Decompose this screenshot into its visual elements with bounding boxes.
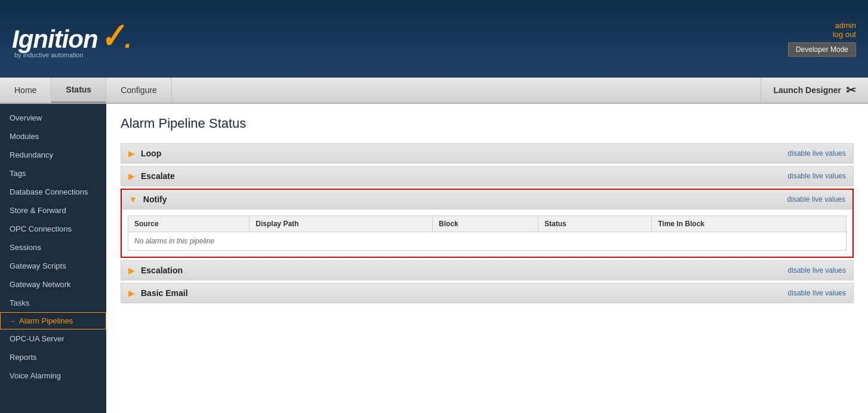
sidebar-item-overview[interactable]: Overview bbox=[0, 109, 106, 127]
logo-area: Ignition✓. by inductive automation bbox=[12, 19, 131, 58]
logout-link[interactable]: log out bbox=[788, 30, 856, 39]
sidebar-item-voice-alarming[interactable]: Voice Alarming bbox=[0, 366, 106, 385]
sidebar-item-redundancy[interactable]: Redundancy bbox=[0, 146, 106, 164]
logo-check-icon: ✓ bbox=[96, 17, 128, 57]
pipeline-notify-name: Notify bbox=[143, 195, 787, 204]
main-layout: Overview Modules Redundancy Tags Databas… bbox=[0, 104, 868, 413]
sidebar-item-store-forward[interactable]: Store & Forward bbox=[0, 201, 106, 220]
pipeline-escalation-disable[interactable]: disable live values bbox=[788, 266, 846, 275]
developer-mode-button[interactable]: Developer Mode bbox=[788, 42, 856, 57]
sidebar-item-tasks[interactable]: Tasks bbox=[0, 294, 106, 312]
logo-text: Ignition✓. bbox=[12, 25, 131, 53]
pipeline-escalation-name: Escalation bbox=[141, 266, 788, 275]
sidebar-item-opc-ua-server[interactable]: OPC-UA Server bbox=[0, 329, 106, 348]
expand-icon: ▶ bbox=[128, 149, 135, 158]
expand-icon: ▶ bbox=[128, 266, 135, 275]
sidebar-item-alarm-pipelines[interactable]: → Alarm Pipelines bbox=[0, 312, 106, 329]
sidebar-item-tags[interactable]: Tags bbox=[0, 164, 106, 183]
sidebar-item-reports[interactable]: Reports bbox=[0, 348, 106, 366]
active-arrow-icon: → bbox=[9, 318, 16, 325]
admin-link[interactable]: admin bbox=[788, 21, 856, 30]
pipeline-basic-email-disable[interactable]: disable live values bbox=[788, 289, 846, 297]
pipeline-notify-table: Source Display Path Block Status Time In… bbox=[128, 215, 847, 251]
scissors-icon: ✂ bbox=[846, 83, 856, 97]
col-time-in-block: Time In Block bbox=[652, 216, 847, 232]
expand-icon: ▶ bbox=[128, 171, 135, 181]
sidebar-item-gateway-scripts[interactable]: Gateway Scripts bbox=[0, 257, 106, 275]
col-source: Source bbox=[128, 216, 250, 232]
pipeline-escalate-header[interactable]: ▶ Escalate disable live values bbox=[121, 166, 854, 186]
sidebar-item-database-connections[interactable]: Database Connections bbox=[0, 183, 106, 201]
nav-configure[interactable]: Configure bbox=[106, 78, 172, 103]
header-right: admin log out Developer Mode bbox=[788, 21, 856, 57]
navbar: Home Status Configure Launch Designer ✂ bbox=[0, 78, 868, 104]
expand-icon: ▶ bbox=[128, 288, 135, 298]
pipeline-loop-disable[interactable]: disable live values bbox=[788, 149, 846, 158]
col-block: Block bbox=[433, 216, 538, 232]
pipeline-escalate: ▶ Escalate disable live values bbox=[121, 166, 854, 186]
launch-designer-button[interactable]: Launch Designer ✂ bbox=[761, 78, 868, 103]
pipeline-notify-header[interactable]: ▼ Notify disable live values bbox=[122, 190, 852, 209]
header: Ignition✓. by inductive automation admin… bbox=[0, 0, 868, 78]
pipeline-escalation-header[interactable]: ▶ Escalation disable live values bbox=[121, 260, 854, 281]
sidebar: Overview Modules Redundancy Tags Databas… bbox=[0, 104, 106, 413]
sidebar-item-opc-connections[interactable]: OPC Connections bbox=[0, 220, 106, 238]
pipeline-notify-disable[interactable]: disable live values bbox=[787, 195, 845, 204]
pipeline-escalation: ▶ Escalation disable live values bbox=[121, 260, 854, 281]
pipeline-loop-name: Loop bbox=[141, 149, 788, 158]
pipeline-notify: ▼ Notify disable live values Source Disp… bbox=[121, 189, 854, 258]
pipeline-basic-email-name: Basic Email bbox=[141, 288, 788, 298]
logo: Ignition✓. by inductive automation bbox=[12, 19, 131, 58]
no-alarms-message: No alarms in this pipeline bbox=[128, 232, 847, 251]
sidebar-item-modules[interactable]: Modules bbox=[0, 127, 106, 146]
collapse-icon: ▼ bbox=[129, 195, 137, 204]
pipeline-escalate-disable[interactable]: disable live values bbox=[788, 172, 846, 180]
content-area: Alarm Pipeline Status ▶ Loop disable liv… bbox=[106, 104, 868, 413]
pipeline-loop-header[interactable]: ▶ Loop disable live values bbox=[121, 143, 854, 164]
sidebar-item-gateway-network[interactable]: Gateway Network bbox=[0, 275, 106, 294]
pipeline-notify-table-container: Source Display Path Block Status Time In… bbox=[122, 209, 852, 257]
nav-home[interactable]: Home bbox=[0, 78, 51, 103]
pipeline-basic-email-header[interactable]: ▶ Basic Email disable live values bbox=[121, 283, 854, 303]
no-alarms-row: No alarms in this pipeline bbox=[128, 232, 847, 251]
col-display-path: Display Path bbox=[250, 216, 433, 232]
sidebar-item-sessions[interactable]: Sessions bbox=[0, 238, 106, 257]
pipeline-basic-email: ▶ Basic Email disable live values bbox=[121, 283, 854, 303]
pipeline-escalate-name: Escalate bbox=[141, 171, 788, 181]
nav-status[interactable]: Status bbox=[51, 78, 106, 103]
col-status: Status bbox=[538, 216, 652, 232]
page-title: Alarm Pipeline Status bbox=[121, 116, 854, 131]
pipeline-loop: ▶ Loop disable live values bbox=[121, 143, 854, 164]
